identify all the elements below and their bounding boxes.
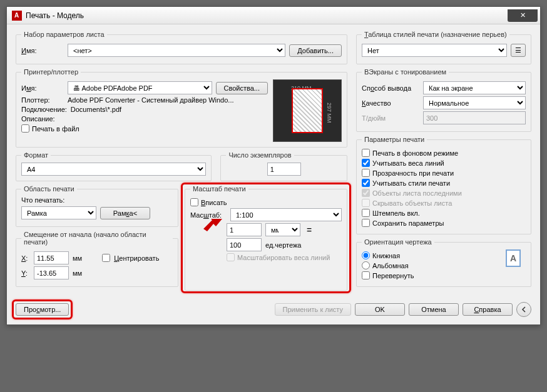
- cancel-button[interactable]: Отмена: [409, 303, 459, 316]
- scale-drawing-input[interactable]: [227, 238, 262, 251]
- opt-stamp-checkbox[interactable]: [362, 209, 370, 217]
- offset-y-label: Y:: [21, 269, 30, 277]
- connection-value: Documents\*.pdf: [71, 106, 121, 113]
- printer-legend: Принтер/плоттер: [21, 68, 81, 76]
- plotter-label: Плоттер:: [21, 96, 64, 104]
- collapse-button[interactable]: [516, 302, 531, 317]
- plot-styles-legend: Таблица стилей печати (назначение перьев…: [362, 31, 509, 38]
- fit-checkbox[interactable]: [190, 198, 198, 206]
- offset-x-label: X:: [21, 254, 30, 262]
- equals-icon: =: [304, 225, 314, 235]
- window-title: Печать - Модель: [26, 11, 508, 20]
- dpi-input: [423, 111, 526, 124]
- printer-group: Принтер/плоттер Имя: 🖶 Adobe PDFAdobe PD…: [16, 68, 347, 148]
- offset-y-input[interactable]: [34, 266, 69, 279]
- shade-method-label: Способ вывода: [362, 84, 419, 92]
- paper-height-label: 297 MM: [326, 103, 332, 123]
- page-setup-legend: Набор параметров листа: [21, 31, 107, 38]
- scale-select[interactable]: 1:100: [230, 208, 342, 221]
- pagesetup-name-label: Имя:: [21, 47, 64, 54]
- orient-portrait-radio[interactable]: [362, 251, 370, 259]
- print-dialog: Печать - Модель ✕ Набор параметров листа…: [6, 6, 541, 325]
- opt-save-checkbox[interactable]: [362, 219, 370, 227]
- plotter-value: Adobe PDF Converter - Системный драйвер …: [68, 96, 234, 104]
- preview-button[interactable]: Просмотр...: [16, 303, 69, 316]
- copies-legend: Число экземпляров: [226, 151, 294, 159]
- opt-stamp-label: Штемпель вкл.: [372, 209, 420, 217]
- scale-label: Масштаб:: [190, 211, 227, 219]
- format-select[interactable]: A4: [21, 163, 206, 176]
- shade-quality-select[interactable]: Нормальное: [423, 96, 526, 109]
- help-button[interactable]: Справка: [463, 303, 513, 316]
- copies-input[interactable]: [267, 163, 301, 176]
- offset-group: Смещение от начала (начало области печат…: [16, 231, 178, 287]
- offset-legend: Смещение от начала (начало области печат…: [21, 231, 173, 246]
- opt-background-label: Печать в фоновом режиме: [372, 149, 458, 157]
- apply-layout-button: Применить к листу: [275, 303, 352, 316]
- offset-x-input[interactable]: [34, 251, 69, 264]
- plot-options-group: Параметры печати Печать в фоновом режиме…: [356, 136, 531, 234]
- center-label: Центрировать: [114, 254, 159, 262]
- plot-styles-select[interactable]: Нет: [362, 44, 507, 57]
- shaded-group: ВЭкраны с тонированием Способ вывода Как…: [356, 68, 531, 132]
- plot-area-what-label: Что печатать:: [21, 196, 173, 204]
- printer-select[interactable]: 🖶 Adobe PDFAdobe PDF: [68, 81, 212, 94]
- dpi-label: Т/дюйм: [362, 114, 419, 122]
- titlebar: Печать - Модель ✕: [7, 7, 540, 24]
- printer-name-label: Имя:: [21, 84, 64, 92]
- copies-group: Число экземпляров: [220, 151, 347, 181]
- scale-unit-input[interactable]: [227, 223, 262, 236]
- chevron-left-icon: [521, 306, 527, 313]
- offset-x-unit: мм: [73, 254, 82, 262]
- opt-background-checkbox[interactable]: [362, 149, 370, 157]
- shade-quality-label: Качество: [362, 99, 419, 107]
- connection-label: Подключение:: [21, 106, 67, 113]
- orient-upside-label: Перевернуть: [372, 272, 414, 279]
- description-label: Описание:: [21, 115, 64, 123]
- opt-hide-checkbox: [362, 199, 370, 207]
- orientation-group: Ориентация чертежа Книжная Альбомная Пер…: [356, 238, 531, 287]
- opt-lineweights-checkbox[interactable]: [362, 159, 370, 167]
- format-group: Формат A4: [16, 151, 212, 181]
- orient-landscape-radio[interactable]: [362, 261, 370, 269]
- scale-legend: Масштаб печати: [190, 185, 248, 193]
- opt-transparency-label: Прозрачность при печати: [372, 169, 454, 177]
- plot-area-group: Область печати Что печатать: Рамка Рамка…: [16, 185, 178, 227]
- orientation-icon: A: [506, 249, 521, 267]
- app-icon: [12, 11, 22, 21]
- opt-save-label: Сохранить параметры: [372, 219, 444, 227]
- orient-upside-checkbox[interactable]: [362, 271, 370, 279]
- offset-y-unit: мм: [73, 269, 82, 277]
- opt-paperspace-checkbox: [362, 189, 370, 197]
- print-to-file-checkbox[interactable]: [21, 124, 29, 133]
- shaded-legend: ВЭкраны с тонированием: [362, 68, 449, 76]
- plot-window-button[interactable]: Рамка<: [100, 207, 150, 219]
- opt-lineweights-label: Учитывать веса линий: [372, 159, 444, 167]
- plot-area-legend: Область печати: [21, 185, 77, 193]
- plot-area-select[interactable]: Рамка: [21, 206, 96, 219]
- fit-label: Вписать: [201, 199, 227, 206]
- orientation-legend: Ориентация чертежа: [362, 238, 434, 246]
- pagesetup-name-select[interactable]: <нет>: [68, 44, 285, 57]
- opt-paperspace-label: Объекты листа последними: [372, 189, 462, 197]
- center-checkbox[interactable]: [102, 254, 110, 262]
- orient-landscape-label: Альбомная: [372, 262, 409, 269]
- opt-plotstyles-label: Учитывать стили печати: [372, 179, 450, 187]
- ok-button[interactable]: OK: [355, 303, 405, 316]
- scale-drawing-label: ед.чертежа: [265, 241, 301, 249]
- paper-preview: 210 MM 297 MM: [273, 79, 342, 142]
- opt-hide-label: Скрывать объекты листа: [372, 199, 452, 207]
- opt-transparency-checkbox[interactable]: [362, 169, 370, 177]
- scale-lineweights-checkbox: [227, 253, 235, 261]
- opt-plotstyles-checkbox[interactable]: [362, 179, 370, 187]
- scale-lineweights-label: Масштабировать веса линий: [237, 254, 330, 261]
- scale-unit-type[interactable]: мм: [265, 223, 300, 236]
- print-to-file-label: Печать в файл: [32, 125, 79, 133]
- shade-method-select[interactable]: Как на экране: [423, 81, 526, 94]
- scale-group-fieldset: Масштаб печати Вписать Масштаб: 1:100: [185, 185, 347, 291]
- page-setup-group: Набор параметров листа Имя: <нет> Добави…: [16, 31, 347, 64]
- plot-styles-edit-button[interactable]: ☰: [511, 44, 526, 57]
- close-button[interactable]: ✕: [508, 9, 538, 22]
- add-pagesetup-button[interactable]: Добавить...: [289, 44, 342, 57]
- printer-properties-button[interactable]: Свойства...: [216, 82, 268, 94]
